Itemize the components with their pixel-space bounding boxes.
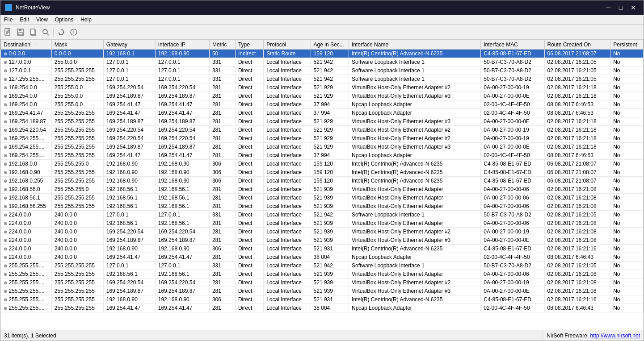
table-row[interactable]: ⊛255.255.255.... 255.255.255.255 169.254… [1,279,644,287]
cell-gateway: 127.0.0.1 [103,67,155,75]
cell-gateway: 169.254.220.54 [103,228,155,236]
toolbar-save[interactable] [15,26,26,38]
app-icon: 🌐 [5,4,12,11]
table-row[interactable]: ⊛127.0.0.1 255.255.255.255 127.0.0.1 127… [1,67,644,75]
table-row[interactable]: ⊛192.168.0.0 255.255.255.0 192.168.0.90 … [1,160,644,168]
table-row[interactable]: ⊛169.254.0.0 255.255.0.0 169.254.220.54 … [1,83,644,92]
cell-interface-name: Intel(R) Centrino(R) Advanced-N 6235 [349,177,481,185]
menu-options[interactable]: Options [51,15,77,24]
col-destination[interactable]: Destination ↑ [1,40,52,50]
cell-destination: ⊛224.0.0.0 [1,253,52,262]
col-metric[interactable]: Metric [209,40,235,50]
menu-edit[interactable]: Edit [16,15,33,24]
col-created[interactable]: Route Created On [544,40,610,50]
table-row[interactable]: ⊛169.254.0.0 255.255.0.0 169.254.189.87 … [1,92,644,100]
toolbar-search[interactable] [40,26,51,38]
route-table-container[interactable]: Destination ↑ Mask Gateway Interface IP … [0,40,644,330]
cell-interface-name: Npcap Loopback Adapter [349,253,481,262]
cell-created: 08.08.2017 6:46:53 [544,100,610,109]
table-row[interactable]: ⊛169.254.0.0 255.255.0.0 169.254.41.47 1… [1,100,644,109]
cell-created: 02.08.2017 16:21:18 [544,83,610,92]
table-row[interactable]: ⊛169.254.189.87 255.255.255.255 169.254.… [1,117,644,126]
table-row[interactable]: ⊛192.168.0.255 255.255.255.255 192.168.0… [1,177,644,185]
cell-type: Direct [235,151,263,160]
cell-metric: 281 [209,270,235,279]
maximize-button[interactable]: □ [615,3,627,12]
menu-file[interactable]: File [0,15,16,24]
col-interface-name[interactable]: Interface Name [349,40,481,50]
cell-created: 02.08.2017 16:21:16 [544,295,610,304]
toolbar-new[interactable] [2,26,14,38]
cell-age: 521 929 [311,126,349,134]
cell-age: 521 942 [311,262,349,270]
cell-interface-ip: 192.168.56.1 [155,202,209,211]
cell-interface-ip: 169.254.220.54 [155,126,209,134]
close-button[interactable]: ✕ [627,3,639,12]
cell-type: Direct [235,58,263,67]
toolbar-refresh[interactable] [55,26,67,38]
table-row[interactable]: ⊛224.0.0.0 240.0.0.0 169.254.189.87 169.… [1,236,644,245]
table-row[interactable]: ⊛127.255.255.... 255.255.255.255 127.0.0… [1,75,644,83]
cell-interface-name: Software Loopback Interface 1 [349,211,481,219]
app-window: 🌐 NetRouteView ─ □ ✕ File Edit View Opti… [0,0,644,341]
table-row[interactable]: ⊛255.255.255.... 255.255.255.255 127.0.0… [1,262,644,270]
cell-age: 37 994 [311,100,349,109]
cell-destination: ⊛255.255.255.... [1,287,52,295]
table-row[interactable]: ⊛169.254.255.... 255.255.255.255 169.254… [1,151,644,160]
table-row[interactable]: ⊛255.255.255.... 255.255.255.255 192.168… [1,295,644,304]
cell-gateway: 169.254.189.87 [103,117,155,126]
table-row[interactable]: ⊛192.168.56.0 255.255.255.0 192.168.56.1… [1,185,644,194]
table-row[interactable]: ⊛192.168.0.90 255.255.255.255 192.168.0.… [1,168,644,177]
table-row[interactable]: ⊛192.168.56.255 255.255.255.255 192.168.… [1,202,644,211]
toolbar-info[interactable]: i [68,26,80,38]
cell-interface-ip: 127.0.0.1 [155,75,209,83]
table-row[interactable]: ⊛224.0.0.0 240.0.0.0 127.0.0.1 127.0.0.1… [1,211,644,219]
table-row[interactable]: ⊛255.255.255.... 255.255.255.255 169.254… [1,304,644,312]
cell-age: 521 939 [311,228,349,236]
table-row[interactable]: ⊛224.0.0.0 240.0.0.0 169.254.41.47 169.2… [1,253,644,262]
cell-age: 521 929 [311,83,349,92]
menu-view[interactable]: View [33,15,51,24]
menu-help[interactable]: Help [77,15,95,24]
table-row[interactable]: ⊛127.0.0.0 255.0.0.0 127.0.0.1 127.0.0.1… [1,58,644,67]
table-row[interactable]: ⊛224.0.0.0 240.0.0.0 192.168.0.90 192.16… [1,245,644,253]
cell-mask: 255.255.255.255 [51,262,103,270]
table-row[interactable]: ⊛169.254.255.... 255.255.255.255 169.254… [1,134,644,143]
cell-mask: 240.0.0.0 [51,236,103,245]
cell-gateway: 127.0.0.1 [103,75,155,83]
col-persistent[interactable]: Persistent [610,40,644,50]
toolbar-copy[interactable] [27,26,39,38]
cell-protocol: Local Interface [264,228,311,236]
cell-persistent: No [610,160,644,168]
cell-interface-name: Software Loopback Interface 1 [349,262,481,270]
col-interface-ip[interactable]: Interface IP [155,40,209,50]
cell-destination: ⊛192.168.56.1 [1,194,52,202]
table-row[interactable]: ⊛255.255.255.... 255.255.255.255 192.168… [1,270,644,279]
status-link[interactable]: http://www.nirsoft.net [590,333,640,339]
table-row[interactable]: ⊛169.254.255.... 255.255.255.255 169.254… [1,143,644,151]
cell-gateway: 169.254.41.47 [103,151,155,160]
table-row[interactable]: ⊛224.0.0.0 240.0.0.0 169.254.220.54 169.… [1,228,644,236]
col-type[interactable]: Type [235,40,263,50]
cell-protocol: Local Interface [264,109,311,117]
cell-type: Direct [235,194,263,202]
col-age[interactable]: Age in Sec... [311,40,349,50]
col-mac[interactable]: Interface MAC [481,40,544,50]
table-row[interactable]: ⊛0.0.0.0 0.0.0.0 192.168.0.1 192.168.0.9… [1,50,644,58]
table-row[interactable]: ⊛192.168.56.1 255.255.255.255 192.168.56… [1,194,644,202]
col-gateway[interactable]: Gateway [103,40,155,50]
cell-interface-name: Software Loopback Interface 1 [349,58,481,67]
cell-protocol: Local Interface [264,262,311,270]
table-row[interactable]: ⊛169.254.41.47 255.255.255.255 169.254.4… [1,109,644,117]
col-protocol[interactable]: Protocol [264,40,311,50]
cell-type: Direct [235,92,263,100]
cell-mask: 240.0.0.0 [51,245,103,253]
cell-mask: 255.255.0.0 [51,92,103,100]
minimize-button[interactable]: ─ [602,3,614,12]
table-row[interactable]: ⊛224.0.0.0 240.0.0.0 192.168.56.1 192.16… [1,219,644,228]
cell-destination: ⊛224.0.0.0 [1,236,52,245]
col-mask[interactable]: Mask [51,40,103,50]
table-row[interactable]: ⊛255.255.255.... 255.255.255.255 169.254… [1,287,644,295]
cell-type: Direct [235,75,263,83]
table-row[interactable]: ⊛169.254.220.54 255.255.255.255 169.254.… [1,126,644,134]
